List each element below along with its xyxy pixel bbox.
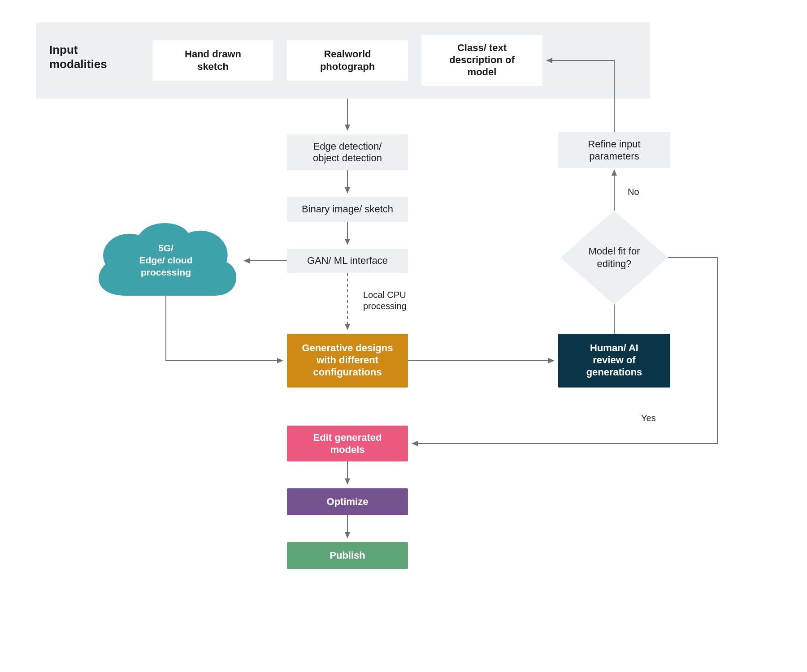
node-refine-input: Refine input parameters [558, 132, 670, 168]
header-title-line1: Input [49, 43, 78, 56]
node-human-ai-review: Human/ AI review of generations [558, 334, 670, 388]
svg-text:models: models [330, 444, 364, 455]
svg-text:Human/ AI: Human/ AI [590, 342, 638, 353]
svg-text:Publish: Publish [330, 550, 365, 561]
node-publish: Publish [287, 542, 408, 569]
node-optimize: Optimize [287, 488, 408, 515]
input-hand-drawn-sketch: Hand drawn sketch [152, 40, 273, 81]
node-edit-generated-models: Edit generated models [287, 426, 408, 461]
svg-text:Realworld: Realworld [324, 48, 371, 60]
svg-text:Class/ text: Class/ text [457, 42, 507, 53]
svg-text:Edge detection/: Edge detection/ [313, 141, 382, 152]
input-class-text-description: Class/ text description of model [421, 35, 542, 86]
label-no: No [628, 187, 639, 197]
node-cloud-processing: 5G/ Edge/ cloud processing [99, 223, 236, 296]
svg-text:object detection: object detection [313, 152, 382, 164]
svg-text:with different: with different [316, 354, 379, 366]
node-decision-fit: Model fit for editing? [560, 211, 668, 305]
svg-text:processing: processing [141, 267, 191, 277]
svg-text:5G/: 5G/ [158, 243, 174, 253]
svg-text:review of: review of [593, 354, 636, 366]
label-local-cpu-l1: Local CPU [363, 290, 406, 300]
svg-text:parameters: parameters [589, 151, 639, 162]
flowchart-diagram: Input modalities Hand drawn sketch Realw… [0, 0, 807, 672]
svg-text:Hand drawn: Hand drawn [185, 48, 241, 60]
svg-text:model: model [468, 66, 497, 78]
node-binary-image: Binary image/ sketch [287, 197, 408, 222]
node-edge-detection: Edge detection/ object detection [287, 134, 408, 170]
svg-text:generations: generations [586, 366, 642, 378]
svg-text:editing?: editing? [597, 258, 631, 269]
header-title-line2: modalities [49, 57, 107, 71]
node-generative-designs: Generative designs with different config… [287, 334, 408, 388]
svg-text:Optimize: Optimize [327, 496, 369, 507]
svg-text:sketch: sketch [197, 61, 229, 72]
svg-text:photograph: photograph [320, 61, 375, 72]
svg-text:Binary image/ sketch: Binary image/ sketch [302, 203, 393, 215]
svg-text:Edit generated: Edit generated [313, 432, 382, 443]
svg-text:Model fit for: Model fit for [589, 246, 640, 257]
svg-text:Generative designs: Generative designs [302, 342, 393, 353]
arrow-cloud-to-generative [166, 296, 282, 361]
svg-text:configurations: configurations [313, 366, 382, 378]
label-yes: Yes [641, 413, 656, 423]
node-gan-ml-interface: GAN/ ML interface [287, 249, 408, 273]
svg-text:GAN/ ML interface: GAN/ ML interface [307, 255, 388, 266]
label-local-cpu-l2: processing [363, 301, 407, 311]
svg-text:Refine input: Refine input [588, 138, 640, 150]
input-realworld-photograph: Realworld photograph [287, 40, 408, 81]
svg-text:description of: description of [449, 54, 515, 65]
svg-text:Edge/ cloud: Edge/ cloud [139, 255, 192, 265]
